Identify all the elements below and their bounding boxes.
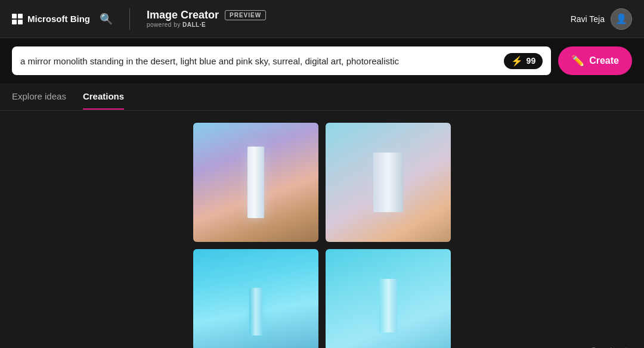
dall-e-label: DALL·E (182, 21, 206, 28)
search-input[interactable] (20, 56, 499, 66)
header: Microsoft Bing 🔍 Image Creator PREVIEW p… (0, 0, 644, 38)
avatar[interactable]: 👤 (611, 8, 632, 30)
monolith-2 (373, 153, 403, 212)
tab-explore-label: Explore ideas (12, 91, 66, 101)
tab-creations[interactable]: Creations (83, 91, 124, 110)
monolith-1 (247, 147, 264, 218)
user-name: Ravi Teja (571, 14, 605, 24)
create-button[interactable]: ✏️ Create (558, 46, 632, 75)
image-card-3[interactable] (193, 249, 318, 348)
lightning-icon: ⚡ (511, 55, 523, 67)
bing-logo[interactable]: Microsoft Bing (12, 14, 90, 24)
powered-by-text: powered by DALL·E (147, 21, 266, 28)
create-button-label: Create (589, 55, 619, 66)
tab-explore[interactable]: Explore ideas (12, 91, 66, 110)
tabs-bar: Explore ideas Creations (0, 83, 644, 111)
header-left: Microsoft Bing 🔍 Image Creator PREVIEW p… (12, 8, 266, 30)
avatar-icon: 👤 (615, 13, 627, 24)
tab-creations-label: Creations (83, 91, 124, 101)
boost-count: 99 (527, 56, 536, 66)
bing-grid-icon (12, 14, 23, 24)
search-area: ⚡ 99 ✏️ Create (0, 38, 644, 83)
image-card-1[interactable] (193, 123, 318, 242)
bing-logo-text: Microsoft Bing (27, 14, 90, 24)
create-button-icon: ✏️ (571, 54, 584, 67)
monolith-4 (379, 279, 397, 333)
boost-badge: ⚡ 99 (504, 53, 543, 69)
header-divider (129, 8, 130, 30)
search-input-wrapper: ⚡ 99 (12, 46, 551, 75)
image-creator-title: Image Creator (147, 10, 219, 21)
monolith-3 (249, 288, 262, 335)
main-content: Created with AI 知乎 @空白格 (0, 111, 644, 348)
image-grid (193, 123, 451, 348)
image-card-2[interactable] (326, 123, 451, 242)
image-card-4[interactable] (326, 249, 451, 348)
image-creator-section: Image Creator PREVIEW powered by DALL·E (147, 10, 266, 28)
preview-badge: PREVIEW (225, 10, 266, 20)
header-right: Ravi Teja 👤 (571, 8, 632, 30)
header-search-button[interactable]: 🔍 (100, 13, 113, 26)
